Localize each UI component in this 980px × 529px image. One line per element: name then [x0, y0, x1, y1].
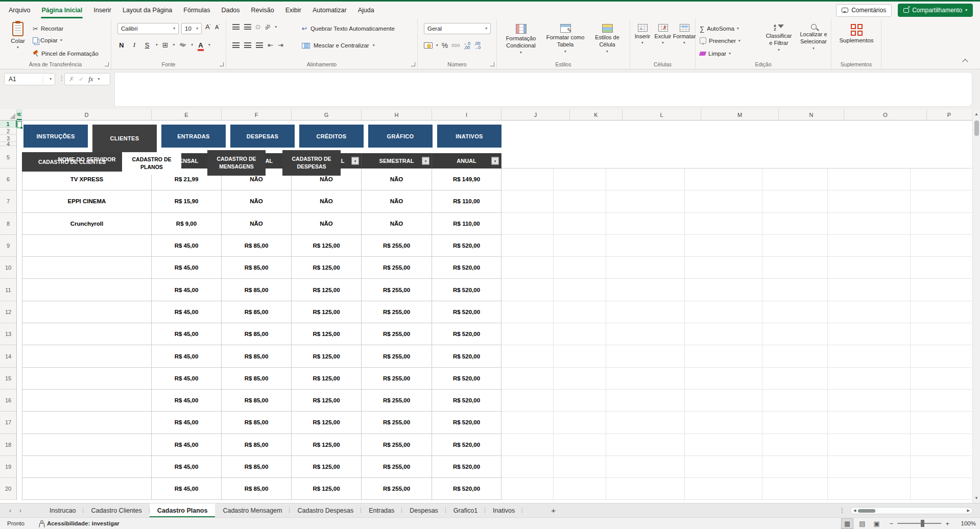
cell-trimestral[interactable]: R$ 125,00 — [292, 434, 362, 456]
delete-cells-button[interactable]: Excluir — [653, 24, 673, 45]
cell-mensal[interactable]: R$ 9,00 — [152, 213, 222, 235]
sheet-tab[interactable]: Cadastro Despesas — [290, 503, 361, 517]
sheet-tab[interactable]: Inativos — [485, 503, 522, 517]
copy-button[interactable]: Copiar — [33, 37, 62, 43]
cell-servidor[interactable] — [22, 345, 152, 367]
format-painter-button[interactable]: Pincel de Formatação — [33, 51, 99, 57]
cell-anual[interactable]: R$ 110,00 — [432, 190, 501, 212]
column-header[interactable]: K — [570, 109, 623, 120]
zoom-out-button[interactable]: − — [890, 520, 894, 527]
zoom-in-button[interactable]: + — [945, 520, 949, 527]
cell-trimestral[interactable]: R$ 125,00 — [292, 478, 362, 500]
row-header[interactable]: 1 — [0, 121, 17, 128]
column-header[interactable]: F — [222, 109, 292, 120]
decrease-decimal-button[interactable]: ,00 →0 — [474, 41, 481, 50]
font-size-combo[interactable]: 10 — [181, 23, 202, 34]
cell-semestral[interactable]: NÃO — [362, 213, 432, 235]
cell-semestral[interactable]: NÃO — [362, 169, 432, 190]
cell-semestral[interactable]: NÃO — [362, 190, 432, 212]
nav-shape-button[interactable]: CLIENTES — [92, 125, 157, 152]
cell-bimestral[interactable]: R$ 85,00 — [222, 323, 292, 345]
filter-button[interactable] — [422, 157, 429, 165]
menu-tab[interactable]: Fórmulas — [178, 2, 216, 19]
nav-shape-button[interactable]: DESPESAS — [230, 125, 295, 148]
conditional-formatting-button[interactable]: Formatação Condicional — [500, 24, 542, 55]
cell-bimestral[interactable]: R$ 85,00 — [222, 478, 292, 500]
cell-mensal[interactable]: R$ 45,00 — [152, 323, 222, 345]
scroll-up-icon[interactable]: ▲ — [974, 112, 978, 116]
confirm-entry-icon[interactable]: ✓ — [79, 76, 84, 83]
align-bottom-button-selected[interactable] — [256, 25, 260, 29]
cell-anual[interactable]: R$ 520,00 — [432, 301, 501, 323]
cell-servidor[interactable] — [22, 434, 152, 456]
cell-mensal[interactable]: R$ 45,00 — [152, 301, 222, 323]
align-top-button[interactable] — [232, 24, 240, 30]
cell-anual[interactable]: R$ 520,00 — [432, 368, 501, 390]
cell-mensal[interactable]: R$ 45,00 — [152, 345, 222, 367]
row-header[interactable]: 4 — [0, 142, 16, 146]
row-header[interactable]: 17 — [0, 412, 16, 434]
cell-anual[interactable]: R$ 520,00 — [432, 390, 501, 412]
horizontal-scroll-thumb[interactable] — [858, 509, 875, 513]
cell-bimestral[interactable]: R$ 85,00 — [222, 390, 292, 412]
nav-shape-button[interactable]: GRÁFICO — [368, 125, 433, 148]
cell-servidor[interactable] — [22, 478, 152, 500]
menu-tab[interactable]: Dados — [216, 2, 245, 19]
nav-shape-button[interactable]: ENTRADAS — [161, 125, 226, 148]
vertical-scroll-thumb[interactable] — [974, 121, 979, 136]
cell-anual[interactable]: R$ 520,00 — [432, 279, 501, 301]
font-name-combo[interactable]: Calibri — [117, 23, 179, 34]
column-header-abc[interactable]: ABC — [17, 109, 22, 120]
increase-decimal-button[interactable]: ←0 ,00 — [464, 41, 470, 50]
column-header[interactable]: J — [501, 109, 570, 120]
italic-button[interactable]: I — [130, 41, 138, 49]
cadastro-clientes-button[interactable]: CADASTRO DE CLIENTES — [22, 152, 122, 172]
menu-tab[interactable]: Exibir — [280, 2, 307, 19]
cell-bimestral[interactable]: NÃO — [222, 190, 292, 212]
table-header-cell[interactable]: SEMESTRAL — [362, 153, 432, 169]
menu-tab[interactable]: Ajuda — [352, 2, 380, 19]
sheet-tab[interactable]: Cadastro Planos — [150, 503, 216, 517]
sort-filter-button[interactable]: AZ Classificar e Filtrar — [762, 24, 796, 52]
prev-sheet-icon[interactable]: ‹ — [9, 507, 11, 514]
column-header[interactable]: H — [362, 109, 432, 120]
row-header[interactable]: 18 — [0, 434, 16, 456]
format-as-table-button[interactable]: Formatar como Tabela — [544, 24, 587, 54]
row-header[interactable]: 14 — [0, 345, 16, 367]
dialog-launcher-icon[interactable] — [490, 62, 494, 66]
sheet-tab[interactable]: Cadastro Mensagem — [215, 503, 290, 517]
column-header[interactable]: E — [152, 109, 222, 120]
underline-button[interactable]: S — [143, 41, 151, 49]
cell-mensal[interactable]: R$ 15,90 — [152, 190, 222, 212]
row-header[interactable]: 11 — [0, 279, 16, 301]
wrap-text-button[interactable]: ↩ Quebrar Texto Automaticamente — [302, 25, 395, 32]
cell-anual[interactable]: R$ 520,00 — [432, 235, 501, 257]
cell-trimestral[interactable]: R$ 125,00 — [292, 412, 362, 434]
align-middle-button[interactable] — [244, 24, 251, 30]
horizontal-scrollbar[interactable]: ◀ ▶ — [850, 507, 973, 514]
cell-semestral[interactable]: R$ 255,00 — [362, 478, 432, 500]
sheet-tab[interactable]: Entradas — [361, 503, 402, 517]
formula-input[interactable] — [114, 72, 972, 107]
cell-bimestral[interactable]: R$ 85,00 — [222, 257, 292, 279]
active-cell-selection[interactable] — [17, 121, 22, 128]
cell-trimestral[interactable]: R$ 125,00 — [292, 235, 362, 257]
cell-anual[interactable]: R$ 520,00 — [432, 323, 501, 345]
filter-button[interactable] — [351, 157, 359, 165]
row-header[interactable]: 19 — [0, 456, 16, 478]
cell-servidor[interactable]: Crunchyroll — [22, 213, 152, 235]
cell-anual[interactable]: R$ 520,00 — [432, 456, 501, 478]
cell-bimestral[interactable]: R$ 85,00 — [222, 345, 292, 367]
cell-semestral[interactable]: R$ 255,00 — [362, 456, 432, 478]
cell-trimestral[interactable]: R$ 125,00 — [292, 301, 362, 323]
cell-semestral[interactable]: R$ 255,00 — [362, 279, 432, 301]
sheet-tab[interactable]: Despesas — [402, 503, 446, 517]
find-select-button[interactable]: Localizar e Selecionar — [797, 24, 830, 51]
cut-button[interactable]: Recortar — [33, 24, 63, 33]
row-header[interactable]: 20 — [0, 478, 16, 500]
cell-mensal[interactable]: R$ 45,00 — [152, 279, 222, 301]
cell-servidor[interactable] — [22, 257, 152, 279]
column-header[interactable]: D — [22, 109, 152, 120]
font-color-button[interactable]: A — [198, 41, 204, 49]
cell-mensal[interactable]: R$ 45,00 — [152, 478, 222, 500]
